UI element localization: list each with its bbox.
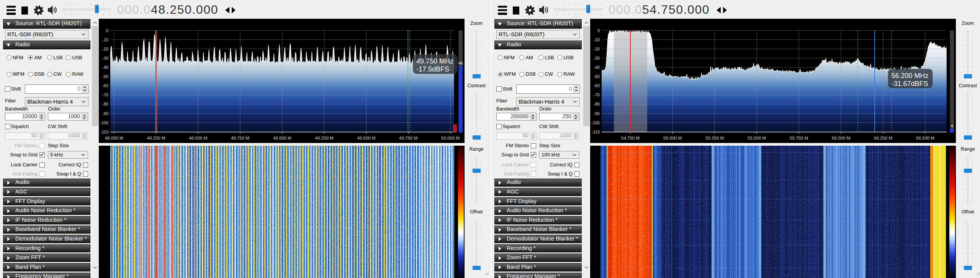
svg-text:50.000 M: 50.000 M [441,136,460,140]
svg-text:54.750 M: 54.750 M [621,136,640,140]
svg-text:-70: -70 [594,93,600,97]
svg-text:-17.5dBFS: -17.5dBFS [416,65,449,73]
svg-text:56.250 M: 56.250 M [874,136,892,140]
svg-text:-80: -80 [594,102,600,106]
svg-text:55.750 M: 55.750 M [790,136,808,140]
svg-text:-100: -100 [591,120,600,125]
svg-text:48.250 M: 48.250 M [147,136,165,140]
svg-text:-80: -80 [102,102,108,106]
svg-text:46: 46 [458,61,463,65]
svg-text:49.750 M: 49.750 M [399,136,417,140]
svg-text:-31.67dBFS: -31.67dBFS [892,80,928,88]
svg-text:-110: -110 [592,130,600,134]
svg-text:56.500 M: 56.500 M [916,136,934,140]
svg-text:56.200 MHz: 56.200 MHz [892,72,929,80]
svg-text:55.250 M: 55.250 M [705,136,724,140]
svg-text:-10: -10 [594,37,600,42]
svg-text:-50: -50 [594,74,600,79]
svg-text:-90: -90 [594,111,600,116]
svg-text:48.000 M: 48.000 M [105,136,123,140]
svg-text:48.500 M: 48.500 M [189,136,207,140]
svg-text:-60: -60 [102,83,108,88]
svg-text:-50: -50 [102,74,108,79]
svg-text:49.750 MHz: 49.750 MHz [416,57,453,65]
svg-text:55.000 M: 55.000 M [663,136,682,140]
svg-text:0: 0 [597,28,600,33]
svg-text:-10: -10 [102,37,108,42]
svg-text:4: 4 [951,124,953,128]
svg-text:49.000 M: 49.000 M [273,136,291,140]
svg-text:-90: -90 [102,111,108,116]
svg-text:-30: -30 [102,56,108,60]
svg-text:-100: -100 [100,120,108,125]
svg-text:49.250 M: 49.250 M [315,136,334,140]
svg-text:48.750 M: 48.750 M [231,136,249,140]
svg-text:0: 0 [106,28,108,33]
svg-text:-70: -70 [102,93,108,97]
svg-text:56.000 M: 56.000 M [832,136,850,140]
svg-text:-110: -110 [100,130,108,134]
svg-text:-20: -20 [594,47,600,51]
svg-text:-20: -20 [102,47,108,51]
svg-text:-40: -40 [102,65,108,70]
svg-text:-60: -60 [594,83,600,88]
svg-text:55.500 M: 55.500 M [748,136,766,140]
svg-text:49.500 M: 49.500 M [357,136,376,140]
svg-text:-40: -40 [594,65,600,70]
svg-text:-30: -30 [594,56,600,60]
